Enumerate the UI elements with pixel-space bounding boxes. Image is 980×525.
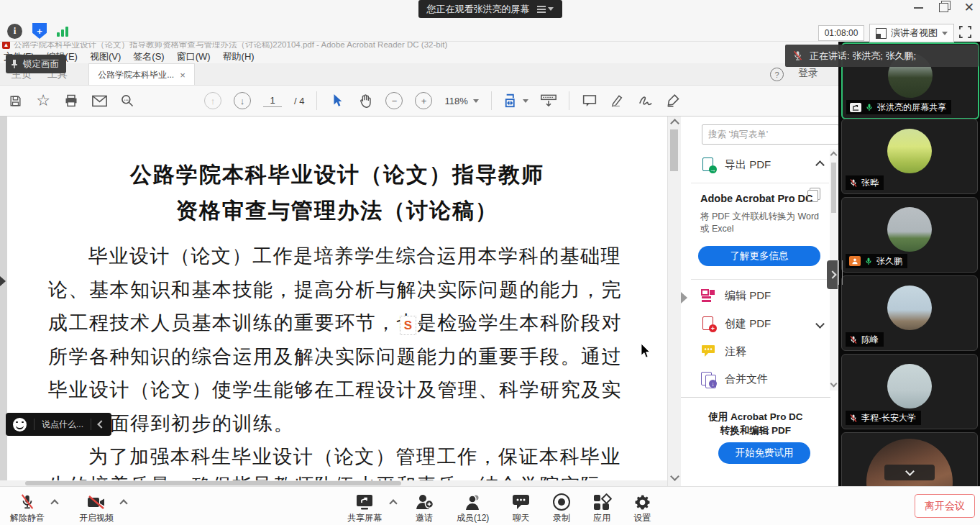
settings-button[interactable]: 设置 — [633, 492, 651, 524]
sidebar-resize-handle[interactable] — [838, 260, 843, 285]
banner-menu-icon[interactable] — [537, 7, 554, 11]
combine-files-item[interactable]: ↓ 合并文件 — [701, 370, 830, 388]
tools-panel-collapse-icon[interactable] — [681, 292, 687, 303]
star-icon[interactable]: ☆ — [35, 93, 51, 109]
chat-label: 聊天 — [513, 512, 530, 524]
fit-dropdown-icon — [523, 99, 528, 103]
zoom-level-control[interactable]: 118% — [444, 96, 478, 106]
share-screen-button[interactable]: 共享屏幕 — [347, 492, 392, 524]
acrobat-toolbar: ☆ ↑ ↓ 1 / 4 − + 118% — [0, 85, 846, 117]
record-button[interactable]: 录制 — [553, 492, 570, 524]
chevron-down-icon[interactable] — [815, 319, 825, 329]
minimize-button[interactable] — [914, 7, 923, 9]
start-video-button[interactable]: 开启视频 — [79, 492, 124, 524]
hscrollbar-thumb[interactable] — [25, 481, 401, 485]
share-options-icon[interactable] — [389, 499, 397, 507]
apps-button[interactable]: 应用 — [593, 492, 610, 524]
horizontal-scrollbar[interactable] — [0, 480, 667, 486]
participant-tile[interactable]: 张晔 — [841, 119, 978, 194]
hand-tool-icon[interactable] — [357, 93, 373, 109]
scroll-down-icon[interactable] — [670, 472, 679, 481]
avatar — [887, 286, 932, 330]
left-panel-expand-icon[interactable] — [0, 276, 6, 286]
leave-meeting-button[interactable]: 离开会议 — [915, 494, 975, 518]
fill-sign-tool-icon[interactable] — [666, 93, 682, 109]
tools-search-input[interactable] — [702, 124, 839, 145]
invite-icon — [415, 492, 434, 511]
maximize-button[interactable] — [939, 3, 948, 12]
reading-mode-icon[interactable] — [541, 93, 557, 109]
zoom-in-icon[interactable]: + — [415, 92, 432, 109]
security-shield-icon[interactable]: + — [32, 23, 47, 39]
view-mode-selector[interactable]: 演讲者视图 — [869, 24, 954, 42]
speaking-toast: 正在讲话: 张洪亮; 张久鹏; — [785, 45, 979, 67]
help-icon[interactable]: ? — [770, 68, 784, 81]
ime-indicator-badge: S — [400, 316, 416, 335]
members-button[interactable]: 成员(12) — [457, 492, 489, 524]
collapse-chat-icon[interactable] — [97, 420, 105, 428]
participants-sidebar: 张洪亮的屏幕共享 张晔 — [838, 41, 980, 486]
page-total: / 4 — [294, 96, 304, 106]
edit-pdf-item[interactable]: 编辑 PDF — [701, 286, 830, 305]
tab-close-icon[interactable]: × — [180, 70, 186, 81]
share-screen-icon — [355, 492, 374, 511]
chat-placeholder[interactable]: 说点什么... — [42, 419, 83, 431]
sign-tool-icon[interactable] — [638, 93, 654, 109]
zoom-out-icon[interactable]: − — [385, 92, 403, 109]
panel-scroll-down-icon[interactable] — [830, 380, 838, 388]
comment-tool-icon[interactable] — [582, 93, 597, 109]
search-icon[interactable] — [119, 93, 135, 109]
unmute-button[interactable]: 解除静音 — [10, 492, 55, 524]
participant-tile[interactable]: 陈峰 — [841, 275, 978, 351]
previous-page-icon[interactable]: ↑ — [204, 92, 221, 109]
learn-more-button[interactable]: 了解更多信息 — [698, 246, 820, 266]
scroll-up-icon[interactable] — [670, 119, 679, 128]
mic-options-icon[interactable] — [50, 499, 58, 507]
print-icon[interactable] — [63, 93, 79, 109]
watching-banner: 您正在观看张洪亮的屏幕 — [418, 0, 562, 18]
menu-view[interactable]: 视图(V) — [90, 50, 121, 63]
panel-scrollbar-thumb[interactable] — [831, 163, 836, 213]
zoom-dropdown-icon — [473, 99, 479, 103]
comment-item[interactable]: 注释 — [701, 342, 830, 361]
export-pdf-item[interactable]: → 导出 PDF — [701, 155, 830, 174]
video-options-icon[interactable] — [119, 499, 127, 507]
select-tool-icon[interactable] — [329, 93, 345, 109]
info-icon[interactable]: i — [7, 24, 22, 39]
menu-window[interactable]: 窗口(W) — [177, 50, 211, 63]
scroll-more-participants[interactable] — [884, 465, 935, 480]
participant-tile-partial[interactable] — [841, 432, 978, 488]
participant-tile[interactable]: 李程-长安大学 — [841, 354, 978, 429]
start-video-label: 开启视频 — [79, 512, 114, 524]
sign-in-link[interactable]: 登录 — [798, 67, 818, 80]
tab-document[interactable]: 公路学院本科毕业... × — [88, 63, 195, 86]
document-paragraph: 所学各种知识的综合运用及解决实际问题能力的重要手段。通过 — [48, 344, 645, 370]
participant-tile[interactable]: 张久鹏 — [841, 197, 978, 273]
panel-scroll-up-icon[interactable] — [830, 152, 838, 159]
free-trial-button[interactable]: 开始免费试用 — [718, 442, 810, 464]
panel-handle-collapse[interactable] — [827, 260, 838, 289]
fit-width-tool[interactable] — [504, 93, 528, 109]
chevron-up-icon[interactable] — [815, 160, 825, 170]
next-page-icon[interactable]: ↓ — [234, 92, 251, 109]
close-button[interactable]: ✕ — [964, 4, 974, 12]
chat-button[interactable]: 聊天 — [512, 492, 530, 524]
vertical-scrollbar[interactable] — [667, 115, 681, 486]
save-icon[interactable] — [7, 93, 23, 109]
emoji-icon[interactable] — [13, 418, 27, 432]
avatar — [887, 129, 932, 173]
quick-chat-pill[interactable]: 说点什么... — [6, 413, 111, 436]
avatar — [887, 207, 932, 252]
page-number-input[interactable]: 1 — [263, 95, 282, 107]
menu-help[interactable]: 帮助(H) — [223, 50, 255, 63]
acrobat-menu-bar: 文件(F) 编辑(E) 视图(V) 签名(S) 窗口(W) 帮助(H) — [0, 50, 842, 63]
menu-sign[interactable]: 签名(S) — [133, 50, 164, 63]
settings-label: 设置 — [633, 512, 651, 524]
highlight-tool-icon[interactable] — [610, 93, 626, 109]
invite-button[interactable]: 邀请 — [415, 492, 434, 524]
email-icon[interactable] — [91, 93, 107, 109]
create-pdf-item[interactable]: + 创建 PDF — [701, 314, 830, 333]
scrollbar-thumb[interactable] — [670, 129, 678, 171]
mic-muted-icon — [849, 335, 858, 344]
fullscreen-icon[interactable] — [959, 26, 971, 38]
